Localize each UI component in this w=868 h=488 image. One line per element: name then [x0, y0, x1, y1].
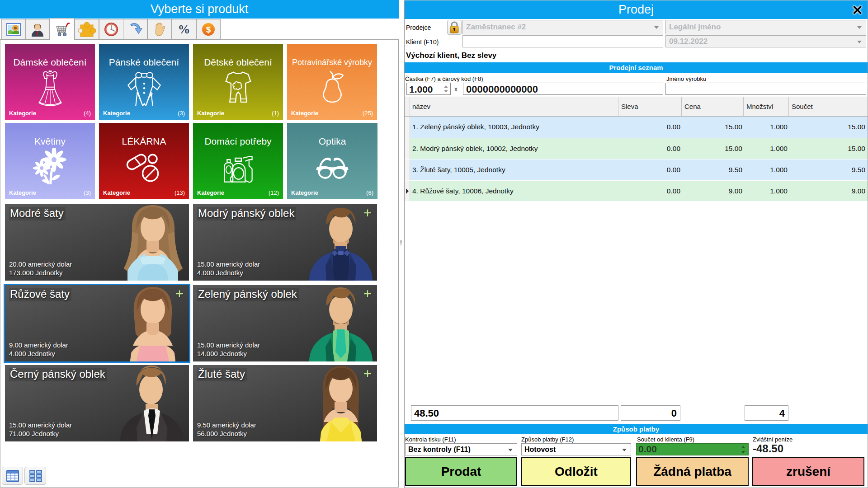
svg-text:$: $	[206, 25, 211, 34]
